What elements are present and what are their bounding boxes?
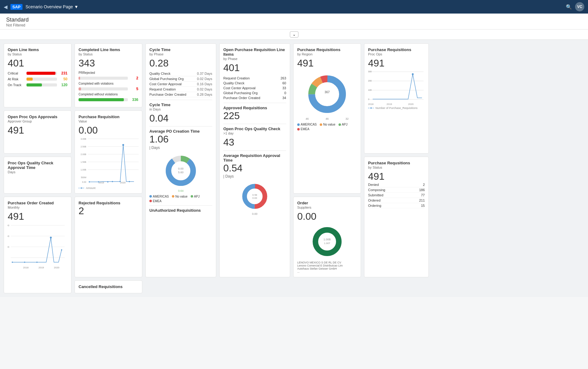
svg-point-67 <box>61 249 62 251</box>
avg-po-donut: 0.00 5.60 0.64 <box>149 152 212 192</box>
avg-req-donut-label: 0.00 <box>252 212 258 215</box>
svg-point-64 <box>24 262 25 263</box>
pr-status-rows: Denied2 Composing186 Submitted77 Ordered… <box>368 182 425 208</box>
open-proc-ops-title: Open Proc Ops Approvals <box>8 114 67 119</box>
svg-text:3.00B: 3.00B <box>81 138 87 140</box>
open-proc-ops-subtitle: Approver Group <box>8 119 67 123</box>
cancelled-req-title: Cancelled Requisitions <box>79 284 138 289</box>
ct-phase-4: Request Creation0.02 Days <box>149 87 212 92</box>
approved-req-title: Approved Requisitions <box>223 106 286 110</box>
svg-text:2018: 2018 <box>23 266 29 269</box>
svg-text:500M: 500M <box>81 176 86 178</box>
svg-text:2018: 2018 <box>368 103 374 106</box>
open-line-items-value: 401 <box>8 58 67 69</box>
svg-text:367: 367 <box>325 90 330 94</box>
header-dropdown-icon[interactable]: ▼ <box>74 4 79 9</box>
svg-point-66 <box>50 237 52 239</box>
cancelled-req-card: Cancelled Requisitions <box>75 280 142 293</box>
pr-rejected-row: PRRejected <box>79 71 138 74</box>
svg-text:200: 200 <box>8 235 9 237</box>
svg-text:5.60: 5.60 <box>178 171 184 174</box>
status-ordered: Ordered211 <box>368 198 425 203</box>
status-denied: Denied2 <box>368 182 425 187</box>
order-supplier-labels: LENOVO MEXICO S DE RL DE CV Lenovo Comer… <box>297 261 357 273</box>
no-violations-bar <box>79 98 124 101</box>
proc-ops-qc-value: 43 <box>223 137 286 148</box>
legend-apj: APJ <box>191 195 200 198</box>
avg-po-legend: AMERICAS No value APJ EMEA <box>149 195 212 203</box>
critical-label: Critical <box>8 71 25 75</box>
pr-value-chart: 3.00B 2.50B 2.00B 1.50B 1.00B 500M 0.00 … <box>79 136 139 185</box>
svg-text:1.00T: 1.00T <box>324 242 330 245</box>
proc-ops-quality-subtitle: Days <box>8 170 67 174</box>
pr-value-card: Purchase Requisition Value 0.00 3.00B 2.… <box>75 110 142 194</box>
open-pr-line-items-card: Open Purchase Requisition Line Items by … <box>219 43 290 277</box>
completed-progress-section: PRRejected 2 Completed with violations 5… <box>79 71 138 102</box>
svg-text:2020: 2020 <box>120 181 126 184</box>
completed-value: 343 <box>79 58 138 69</box>
pr-value-title: Purchase Requisition <box>79 114 138 119</box>
ct-phase-5: Purchase Order Created0.28 Days <box>149 92 212 97</box>
at-risk-bar <box>26 78 33 81</box>
completed-title: Completed Line Items <box>79 47 138 52</box>
progress-section: Critical 231 At Risk 50 On Track 120 <box>8 71 67 87</box>
pr-proc-legend: Number of Purchase_Requisitions <box>368 106 425 110</box>
pr-status-subtitle: by Status <box>368 166 425 169</box>
completed-violations-bar <box>79 87 81 90</box>
cycle-time-phases: Quality Check0.37 Days Global Purchasing… <box>149 71 212 97</box>
po-created-title: Purchase Order Created <box>8 201 67 205</box>
open-line-items-subtitle: by Status <box>8 52 67 56</box>
no-violations-label: Completed without violations <box>79 93 128 96</box>
open-proc-ops-value: 491 <box>8 125 67 136</box>
header-title: Scenario Overview Page ▼ <box>26 4 79 9</box>
cycle-time-days-value: 0.04 <box>149 113 212 124</box>
on-track-row: On Track 120 <box>8 83 67 87</box>
order-suppliers-value: 0.00 <box>297 211 357 222</box>
page-header: Standard Not Filtered <box>0 14 588 30</box>
proc-ops-quality-title: Proc Ops Quality Check Approval Time <box>8 161 67 170</box>
at-risk-row: At Risk 50 <box>8 77 67 81</box>
proc-ops-qc-subtitle: >1 day <box>223 131 286 135</box>
avg-req-unit: | Days <box>223 174 286 178</box>
ct-phase-1: Quality Check0.37 Days <box>149 71 212 76</box>
filter-button[interactable]: ⌄ <box>290 31 298 38</box>
approved-req-value: 225 <box>223 110 286 121</box>
completed-violations-bar-container <box>79 87 128 90</box>
pr-rejected-value: 2 <box>130 76 138 80</box>
svg-point-68 <box>315 230 339 253</box>
avg-req-value: 0.54 <box>223 163 286 174</box>
avg-po-value: 1.06 <box>149 134 212 145</box>
cycle-time-card: Cycle Time by Phase 0.28 Quality Check0.… <box>145 43 216 277</box>
critical-bar-container <box>26 72 57 75</box>
no-violations-row: Completed without violations <box>79 93 138 96</box>
pr-status-value: 491 <box>368 171 425 182</box>
on-track-value: 120 <box>59 83 67 87</box>
search-icon[interactable]: 🔍 <box>566 4 572 10</box>
filter-bar: ⌄ <box>0 30 588 40</box>
pr-value-legend: Amount <box>79 187 138 190</box>
order-suppliers-title: Order <box>297 201 357 205</box>
no-violations-bar-row: 336 <box>79 98 138 102</box>
completed-line-items-card: Completed Line Items by Status 343 PRRej… <box>75 43 142 107</box>
pr-value-value: 0.00 <box>79 125 138 136</box>
pr-phase-5: Purchase Order Created34 <box>223 95 286 100</box>
svg-text:0: 0 <box>368 98 369 100</box>
page-title: Standard <box>6 17 582 23</box>
status-ordering: Ordering15 <box>368 203 425 208</box>
svg-text:300: 300 <box>368 70 372 73</box>
avatar: VC <box>575 2 584 11</box>
no-violations-value: 336 <box>130 98 138 102</box>
rejected-req-value: 2 <box>79 206 138 216</box>
pr-proc-value: 491 <box>368 58 425 69</box>
top-header: ◀ SAP Scenario Overview Page ▼ 🔍 VC <box>0 0 588 14</box>
back-button[interactable]: ◀ <box>4 4 7 10</box>
avg-po-unit: | Days <box>149 146 212 150</box>
rejected-req-card: Rejected Requisitions 2 <box>75 197 142 277</box>
header-title-text: Scenario Overview Page <box>26 4 73 9</box>
cycle-time-value: 0.28 <box>149 58 212 69</box>
order-suppliers-subtitle: Suppliers <box>297 206 357 209</box>
open-line-items-title: Open Line Items <box>8 47 67 52</box>
unauthorized-title: UnAuthorized Requisitions <box>149 208 212 213</box>
pr-region-subtitle: by Region <box>297 52 357 56</box>
avg-req-donut: 0.58 0.63 0.00 <box>223 181 286 215</box>
